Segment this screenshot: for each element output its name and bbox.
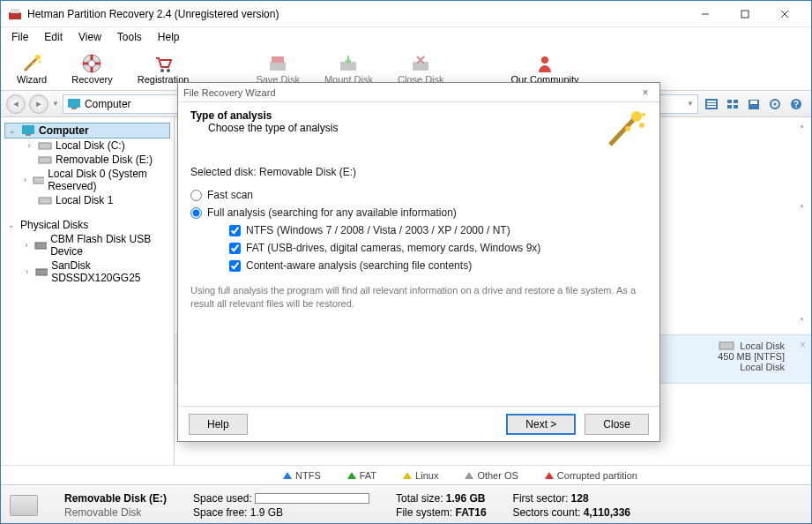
collapse-icon[interactable]: ⌄ — [6, 221, 17, 229]
wizard-next-button[interactable]: Next > — [506, 414, 576, 435]
status-bar: Removable Disk (E:) Removable Disk Space… — [1, 484, 811, 524]
tree-drive[interactable]: ›Local Disk 0 (System Reserved) — [4, 167, 170, 193]
legend-ntfs: NTFS — [283, 470, 321, 481]
checkbox-ntfs[interactable]: NTFS (Windows 7 / 2008 / Vista / 2003 / … — [229, 224, 647, 236]
toolbar-wizard[interactable]: Wizard — [8, 51, 56, 86]
svg-rect-22 — [707, 103, 716, 105]
fat-checkbox[interactable] — [229, 243, 241, 254]
status-disk-type: Removable Disk — [64, 506, 167, 519]
menu-bar: File Edit View Tools Help — [1, 27, 811, 47]
content-aware-label: Content-aware analysis (searching file c… — [246, 259, 472, 272]
checkbox-content-aware[interactable]: Content-aware analysis (searching file c… — [229, 259, 647, 272]
close-disk-icon — [410, 53, 431, 74]
expand-icon[interactable]: › — [21, 176, 30, 184]
legend-other: Other OS — [465, 470, 518, 481]
expand-icon[interactable]: › — [22, 241, 31, 250]
wizard-description: Using full analysis the program will fin… — [190, 284, 647, 311]
wand-large-icon — [605, 109, 647, 152]
menu-edit[interactable]: Edit — [37, 29, 70, 45]
app-icon — [8, 7, 22, 21]
legend-corrupted: Corrupted partition — [545, 470, 637, 481]
wizard-header: Type of analysis Choose the type of anal… — [178, 102, 659, 159]
minimize-button[interactable] — [685, 1, 725, 26]
help-icon[interactable]: ? — [786, 94, 806, 114]
svg-rect-25 — [734, 100, 738, 103]
tree-physical-disks[interactable]: ⌄ Physical Disks — [4, 218, 170, 232]
maximize-button[interactable] — [725, 1, 764, 26]
svg-rect-39 — [39, 198, 51, 204]
checkbox-fat[interactable]: FAT (USB-drives, digital cameras, memory… — [229, 242, 647, 254]
chevron-up-icon[interactable]: ˄ — [800, 204, 804, 213]
window-title: Hetman Partition Recovery 2.4 (Unregiste… — [27, 8, 685, 20]
svg-rect-40 — [35, 243, 47, 249]
tree-drive-label: Local Disk 0 (System Reserved) — [48, 168, 168, 192]
menu-help[interactable]: Help — [151, 29, 187, 45]
cart-icon — [153, 53, 174, 74]
close-icon[interactable]: × — [800, 339, 806, 351]
status-sectors: First sector: 128 Sectors count: 4,110,3… — [513, 492, 630, 519]
tree-physical-label: Physical Disks — [20, 219, 88, 231]
sidebar-tree: ⌄ Computer ›Local Disk (C:) Removable Di… — [1, 117, 175, 465]
menu-view[interactable]: View — [71, 29, 108, 45]
nav-dropdown-icon[interactable]: ▼ — [52, 100, 59, 108]
svg-rect-1 — [11, 9, 19, 13]
sectors-count-label: Sectors count: — [513, 506, 581, 519]
tree-root-label: Computer — [39, 124, 89, 137]
wizard-help-button[interactable]: Help — [189, 414, 248, 435]
svg-rect-19 — [71, 108, 77, 109]
tree-drive[interactable]: Removable Disk (E:) — [4, 153, 170, 167]
expand-icon[interactable]: › — [22, 267, 32, 276]
toolbar-mount-disk: Mount Disk — [316, 51, 382, 86]
nav-back-button[interactable]: ◄ — [6, 94, 26, 114]
nav-forward-button[interactable]: ► — [29, 94, 48, 114]
svg-point-46 — [642, 113, 645, 116]
status-disk: Removable Disk (E:) Removable Disk — [64, 492, 167, 519]
view-toolbar: ? — [702, 94, 806, 114]
view-tiles-icon[interactable] — [723, 94, 742, 114]
toolbar-recovery-label: Recovery — [71, 74, 112, 85]
close-button[interactable] — [764, 1, 804, 26]
toolbar-community[interactable]: Our Community — [503, 51, 588, 86]
disk-icon — [33, 175, 44, 185]
wizard-close-button[interactable]: × — [637, 86, 654, 99]
wizard-close-button[interactable]: Close — [585, 414, 649, 435]
svg-rect-14 — [272, 56, 284, 63]
chevron-up-icon[interactable]: ˄ — [800, 124, 804, 134]
expand-icon[interactable]: › — [24, 141, 34, 150]
menu-tools[interactable]: Tools — [110, 29, 149, 45]
chevron-down-icon[interactable]: ▼ — [687, 100, 694, 108]
svg-point-43 — [631, 111, 642, 122]
full-analysis-radio[interactable] — [190, 207, 202, 219]
chevron-up-icon[interactable]: ˄ — [800, 317, 804, 326]
save-icon[interactable] — [744, 94, 764, 114]
svg-rect-42 — [719, 342, 734, 349]
tree-root-computer[interactable]: ⌄ Computer — [4, 123, 170, 138]
view-details-icon[interactable] — [702, 94, 721, 114]
tree-drive[interactable]: Local Disk 1 — [4, 193, 170, 207]
radio-full-analysis[interactable]: Full analysis (searching for any availab… — [190, 206, 647, 219]
tree-drive[interactable]: ›Local Disk (C:) — [4, 138, 170, 153]
tree-physical-item[interactable]: ›SanDisk SDSSDX120GG25 — [4, 258, 170, 285]
fast-scan-radio[interactable] — [190, 190, 202, 201]
toolbar-registration[interactable]: Registration — [129, 51, 198, 86]
svg-point-31 — [774, 102, 777, 105]
svg-point-10 — [88, 60, 95, 67]
disk-icon — [719, 341, 734, 351]
ntfs-checkbox[interactable] — [229, 225, 241, 236]
collapse-icon[interactable]: ⌄ — [7, 126, 18, 135]
svg-rect-16 — [413, 62, 428, 71]
svg-text:?: ? — [793, 100, 799, 109]
svg-rect-36 — [39, 143, 51, 149]
tree-drive-label: Local Disk (C:) — [56, 139, 125, 152]
toolbar-recovery[interactable]: Recovery — [63, 51, 121, 86]
menu-file[interactable]: File — [4, 29, 35, 45]
fat-label: FAT (USB-drives, digital cameras, memory… — [246, 242, 540, 254]
content-aware-checkbox[interactable] — [229, 260, 241, 272]
svg-rect-21 — [707, 101, 716, 102]
svg-rect-27 — [734, 105, 738, 109]
tree-physical-item[interactable]: ›CBM Flash Disk USB Device — [4, 232, 170, 258]
radio-fast-scan[interactable]: Fast scan — [190, 189, 647, 201]
options-icon[interactable] — [765, 94, 785, 114]
svg-point-8 — [39, 60, 41, 63]
fast-scan-label: Fast scan — [207, 189, 253, 201]
